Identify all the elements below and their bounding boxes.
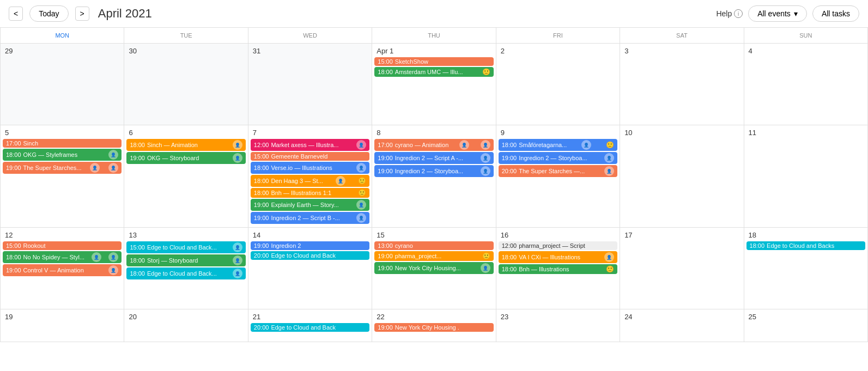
event-cyrano-15[interactable]: 13:00 cyrano	[374, 241, 493, 250]
event-amsterdam-umc[interactable]: 18:00 Amsterdam UMC — Illu... 🙂	[374, 67, 493, 77]
event-explainly-earth[interactable]: 19:00 Explainly Earth — Story... 👤	[251, 199, 369, 211]
event-time: 20:00	[254, 324, 269, 331]
event-ingredion2-storyboard-8[interactable]: 19:00 Ingredion 2 — Storyboa... 👤	[374, 165, 493, 177]
event-pharma-script[interactable]: 12:00 pharma_project — Script	[499, 241, 617, 250]
day-cell-apr21: 21 20:00 Edge to Cloud and Back	[248, 309, 372, 342]
event-bnh-1-1[interactable]: 18:00 Bnh — Illustrations 1:1 🙂	[251, 188, 369, 198]
day-number: 24	[622, 312, 634, 322]
day-number: 7	[251, 127, 259, 138]
event-storj-storyboard[interactable]: 18:00 Storj — Storyboard 👤	[126, 254, 245, 266]
day-number: 18	[746, 230, 758, 240]
event-no-spidey[interactable]: 18:00 No No Spidey — Styl... 👤 👤	[3, 251, 122, 263]
event-title: Ingredion 2 — Storyboa...	[395, 168, 463, 174]
prev-button[interactable]: <	[9, 7, 23, 21]
event-time: 17:00	[378, 142, 393, 148]
event-title: Edge to Cloud and Back	[271, 324, 336, 331]
day-number: 8	[374, 127, 383, 138]
event-edge-cloud-13b[interactable]: 18:00 Edge to Cloud and Back... 👤	[126, 267, 245, 279]
event-title: Amsterdam UMC — Illu...	[395, 69, 463, 75]
event-time: 18:00	[254, 190, 269, 196]
event-market-axess[interactable]: 12:00 Market axess — Illustra... 👤	[251, 139, 369, 151]
event-title: Småföretagarna...	[519, 142, 567, 148]
event-time: 17:00	[6, 140, 21, 147]
events-dropdown[interactable]: All events ▾	[748, 5, 807, 22]
event-title: The Super Starches...	[23, 165, 82, 171]
events-dropdown-label: All events	[757, 9, 791, 18]
event-va-cxi[interactable]: 18:00 VA I CXi — Illustrations 👤	[499, 251, 617, 263]
event-time: 19:00	[378, 265, 393, 271]
day-cell-apr2: 2	[496, 44, 620, 125]
event-title: Verse.io — Illustrations	[271, 165, 332, 171]
event-title: Edge to Cloud and Back...	[147, 244, 217, 251]
event-super-starches-5[interactable]: 19:00 The Super Starches... 👤 👤	[3, 162, 122, 174]
avatar-icon: 👤	[108, 150, 118, 160]
event-nyc-housing-22[interactable]: 19:00 New York City Housing .	[374, 323, 493, 332]
app-header: < Today > April 2021 Help i All events ▾…	[0, 0, 868, 28]
event-time: 20:00	[254, 252, 269, 259]
day-number: 9	[499, 127, 507, 138]
avatar-icon: 👤	[233, 269, 242, 278]
avatar-icon: 👤	[604, 153, 614, 163]
avatar-icon: 👤	[604, 166, 614, 176]
event-time: 19:00	[254, 242, 269, 249]
event-den-haag[interactable]: 18:00 Den Haag 3 — St... 👤 🙂	[251, 175, 369, 187]
day-cell-apr4: 4	[744, 44, 868, 125]
help-label: Help	[716, 9, 732, 18]
event-ingredion2-script-b[interactable]: 19:00 Ingredion 2 — Script B -... 👤	[251, 212, 369, 224]
day-cell-mar30: 30	[124, 44, 248, 125]
event-edge-cloud-14[interactable]: 20:00 Edge to Cloud and Back	[251, 251, 369, 260]
today-button[interactable]: Today	[29, 5, 68, 22]
day-number: 25	[746, 312, 758, 322]
event-sinch-animation[interactable]: 18:00 Sinch — Animation 👤	[126, 139, 245, 151]
event-title: New York City Housing...	[395, 265, 461, 271]
day-number: 22	[374, 312, 386, 322]
next-button[interactable]: >	[75, 7, 89, 21]
event-time: 18:00	[130, 270, 145, 277]
event-okg-styleframes[interactable]: 18:00 OKG — Styleframes 👤	[3, 149, 122, 161]
all-tasks-button[interactable]: All tasks	[812, 5, 859, 22]
day-header-tue: TUE	[124, 28, 248, 44]
event-rookout[interactable]: 15:00 Rookout	[3, 241, 122, 250]
event-sketchshow[interactable]: 15:00 SketchShow	[374, 57, 493, 66]
event-title: Market axess — Illustra...	[271, 142, 338, 148]
event-ingredion2-script-a[interactable]: 19:00 Ingredion 2 — Script A -... 👤	[374, 152, 493, 164]
day-number: 14	[251, 230, 263, 240]
event-verse-io[interactable]: 18:00 Verse.io — Illustrations 👤	[251, 162, 369, 174]
help-button[interactable]: Help i	[716, 9, 743, 18]
event-bnh-illustrations[interactable]: 18:00 Bnh — Illustrations 🙂	[499, 264, 617, 274]
event-cyrano-animation[interactable]: 17:00 cyrano — Animation 👤 👤	[374, 139, 493, 151]
event-time: 19:00	[378, 155, 393, 161]
event-ingredion2-14[interactable]: 19:00 Ingredion 2	[251, 241, 369, 250]
calendar-grid: MON TUE WED THU FRI SAT SUN 29 30 31 Apr…	[0, 28, 868, 342]
day-number: 4	[746, 46, 755, 56]
event-title: The Super Starches —...	[519, 168, 585, 174]
event-title: Den Haag 3 — St...	[271, 178, 323, 184]
event-pharma-project-15[interactable]: 19:00 pharma_project... 🙂	[374, 251, 493, 261]
event-title: Sinch — Animation	[147, 142, 198, 148]
event-edge-cloud-13a[interactable]: 15:00 Edge to Cloud and Back... 👤	[126, 241, 245, 253]
event-title: OKG — Styleframes	[23, 151, 78, 158]
event-nyc-housing[interactable]: 19:00 New York City Housing... 👤	[374, 262, 493, 274]
event-sinch-5[interactable]: 17:00 Sinch	[3, 139, 122, 148]
day-number: 13	[126, 230, 138, 240]
event-time: 18:00	[502, 142, 517, 148]
avatar-icon: 👤	[581, 140, 591, 150]
event-smaforetagarna[interactable]: 18:00 Småföretagarna... 👤 🙂	[499, 139, 617, 151]
event-time: 18:00	[130, 142, 145, 148]
event-super-starches-9[interactable]: 20:00 The Super Starches —... 👤	[499, 165, 617, 177]
event-time: 19:00	[378, 324, 393, 331]
day-cell-mar29: 29	[1, 44, 124, 125]
event-time: 18:00	[502, 266, 517, 272]
event-title: Edge to Cloud and Back	[271, 252, 336, 259]
avatar-icon: 👤	[233, 256, 242, 265]
event-ingredion2-storyboard-9[interactable]: 19:00 Ingredion 2 — Storyboa... 👤	[499, 152, 617, 164]
event-okg-storyboard[interactable]: 19:00 OKG — Storyboard 👤	[126, 152, 245, 164]
day-cell-apr5: 5 17:00 Sinch 18:00 OKG — Styleframes 👤 …	[1, 125, 124, 228]
event-edge-cloud-21[interactable]: 20:00 Edge to Cloud and Back	[251, 323, 369, 332]
day-number: 31	[251, 46, 263, 56]
event-edge-cloud-18[interactable]: 18:00 Edge to Cloud and Backs	[746, 241, 865, 250]
day-cell-mar31: 31	[248, 44, 372, 125]
event-gemeente[interactable]: 15:00 Gemeente Barneveld	[251, 152, 369, 161]
event-title: VA I CXi — Illustrations	[519, 254, 580, 260]
event-control-v[interactable]: 19:00 Control V — Animation 👤	[3, 264, 122, 276]
